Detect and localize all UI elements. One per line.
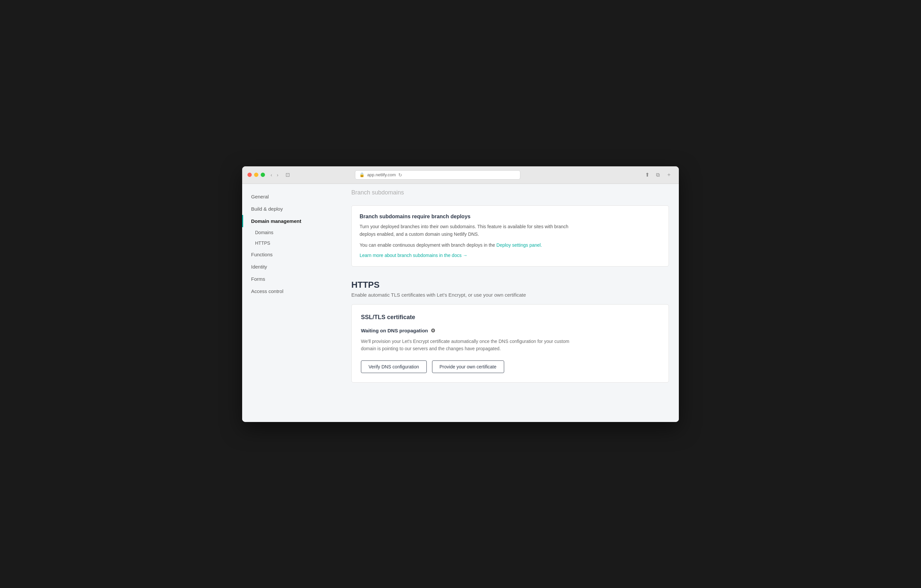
sidebar-item-access-control[interactable]: Access control (242, 285, 342, 297)
sidebar-item-https[interactable]: HTTPS (242, 238, 342, 249)
close-button[interactable] (247, 173, 252, 177)
learn-more-link[interactable]: Learn more about branch subdomains in th… (360, 253, 467, 258)
main-content: Branch subdomains Branch subdomains requ… (342, 184, 679, 422)
sidebar-item-general[interactable]: General (242, 190, 342, 203)
branch-card-heading: Branch subdomains require branch deploys (360, 214, 661, 219)
sidebar-item-domains[interactable]: Domains (242, 227, 342, 238)
card-title: SSL/TLS certificate (361, 314, 659, 321)
provide-cert-button[interactable]: Provide your own certificate (432, 361, 504, 373)
https-subtitle: Enable automatic TLS certificates with L… (351, 292, 669, 298)
sidebar-toggle-button[interactable]: ⊡ (284, 171, 291, 179)
verify-dns-button[interactable]: Verify DNS configuration (361, 361, 427, 373)
new-tab-button[interactable]: ＋ (664, 171, 674, 179)
sidebar-item-identity[interactable]: Identity (242, 261, 342, 273)
browser-content: General Build & deploy Domain management… (242, 184, 679, 422)
sidebar-item-build-deploy[interactable]: Build & deploy (242, 203, 342, 215)
https-section-header: HTTPS Enable automatic TLS certificates … (342, 273, 679, 300)
gear-icon: ⚙ (431, 327, 435, 334)
dns-description: We'll provision your Let's Encrypt certi… (361, 338, 573, 352)
sidebar: General Build & deploy Domain management… (242, 184, 342, 422)
sidebar-item-functions[interactable]: Functions (242, 249, 342, 261)
minimize-button[interactable] (254, 173, 259, 177)
address-bar[interactable]: 🔒 app.netlify.com ↻ (355, 170, 521, 180)
dns-status: Waiting on DNS propagation ⚙ (361, 327, 659, 334)
dns-status-text: Waiting on DNS propagation (361, 328, 428, 333)
lock-icon: 🔒 (359, 172, 364, 177)
browser-window: ‹ › ⊡ 🔒 app.netlify.com ↻ ⬆ ⧉ ＋ General … (242, 166, 679, 422)
share-button[interactable]: ⬆ (643, 171, 651, 179)
reload-button[interactable]: ↻ (398, 172, 402, 178)
branch-body-1: Turn your deployed branches into their o… (360, 223, 571, 238)
maximize-button[interactable] (261, 173, 265, 177)
certificate-buttons: Verify DNS configuration Provide your ow… (361, 361, 659, 373)
traffic-lights (247, 173, 265, 177)
sidebar-item-domain-management[interactable]: Domain management (242, 215, 342, 227)
url-text: app.netlify.com (367, 172, 395, 177)
nav-buttons: ‹ › (269, 172, 280, 178)
back-button[interactable]: ‹ (269, 172, 274, 178)
toolbar-right: ⬆ ⧉ ＋ (643, 171, 674, 179)
branch-subdomains-header: Branch subdomains (342, 184, 679, 199)
browser-chrome: ‹ › ⊡ 🔒 app.netlify.com ↻ ⬆ ⧉ ＋ (242, 166, 679, 184)
https-title: HTTPS (351, 280, 669, 290)
branch-subdomains-title: Branch subdomains (351, 189, 669, 196)
sidebar-panels-button[interactable]: ⧉ (654, 171, 662, 179)
branch-body-2: You can enable continuous deployment wit… (360, 241, 571, 249)
forward-button[interactable]: › (275, 172, 280, 178)
ssl-tls-card: SSL/TLS certificate Waiting on DNS propa… (351, 304, 669, 383)
branch-subdomains-card: Branch subdomains require branch deploys… (351, 205, 669, 266)
sidebar-item-forms[interactable]: Forms (242, 273, 342, 285)
branch-body-text-2: You can enable continuous deployment wit… (360, 242, 495, 248)
deploy-settings-link[interactable]: Deploy settings panel. (496, 242, 542, 248)
